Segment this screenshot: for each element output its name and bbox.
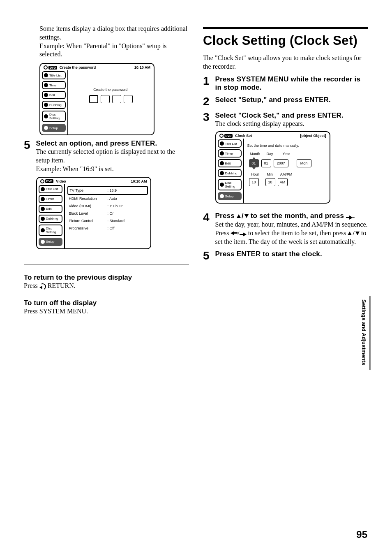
panel-video-title: Video	[56, 179, 66, 183]
nav-icon	[220, 171, 224, 175]
panel-clock-set: DVD Clock Set [object Object] Title List…	[215, 131, 330, 204]
side-tab: Settings and Adjustments	[361, 296, 371, 370]
nav-item-label: Setup	[225, 195, 234, 198]
nav-icon	[44, 73, 48, 77]
nav-item-label: Title List	[225, 142, 238, 146]
right-step4-body: Set the day, year, hour, minutes, and AM…	[215, 220, 368, 246]
nav-item-disc-setting[interactable]: Disc Setting	[218, 179, 242, 190]
panel-clock-time: [object Object]	[300, 134, 326, 138]
setting-value: : Y Cb Cr	[108, 204, 146, 208]
nav-item-timer[interactable]: Timer	[218, 149, 242, 158]
nav-item-timer[interactable]: Timer	[42, 81, 66, 89]
nav-item-title-list[interactable]: Title List	[39, 185, 62, 193]
nav-item-label: Edit	[49, 93, 55, 97]
video-setting-row[interactable]: TV Type: 16:9	[67, 186, 148, 195]
nav-icon	[220, 141, 224, 146]
nav-icon	[44, 93, 48, 97]
left-sub2-body: Press SYSTEM MENU.	[24, 307, 189, 316]
arrow-right-icon	[346, 215, 353, 220]
nav-icon	[41, 187, 45, 191]
nav-icon	[220, 194, 224, 198]
lbl-month: Month	[249, 152, 261, 156]
clock-ampm-input[interactable]: AM	[278, 178, 288, 186]
nav-icon	[41, 228, 45, 232]
setting-key: Picture Control	[69, 219, 108, 223]
dvd-rw-icon: DVD	[40, 179, 54, 183]
dvd-rw-icon: DVD	[219, 134, 233, 138]
panel-video-time: 10:10 AM	[131, 179, 147, 183]
video-setting-row[interactable]: Black Level: On	[67, 210, 148, 217]
nav-item-dubbing[interactable]: Dubbing	[42, 101, 66, 109]
nav-item-label: Setup	[49, 126, 58, 130]
setting-key: Progressive	[69, 226, 108, 230]
lbl-ampm: AM/PM	[279, 172, 294, 176]
clock-year-input[interactable]: 2007	[274, 159, 288, 167]
setting-value: : On	[108, 211, 146, 215]
nav-icon	[44, 103, 48, 107]
nav-item-timer[interactable]: Timer	[39, 195, 62, 203]
setting-value: : Auto	[108, 197, 146, 201]
left-sub1-body: Press RETURN.	[24, 282, 189, 290]
nav-item-edit[interactable]: Edit	[42, 91, 66, 99]
nav-icon	[44, 126, 48, 130]
arrow-left-icon	[231, 231, 238, 235]
setting-key: Video (HDMI)	[69, 204, 108, 208]
panel-pw-time: 10:10 AM	[134, 65, 150, 70]
right-step1-num: 1	[203, 75, 210, 87]
nav-item-dubbing[interactable]: Dubbing	[39, 215, 62, 223]
nav-item-dubbing[interactable]: Dubbing	[218, 169, 242, 177]
nav-item-label: Dubbing	[46, 217, 58, 220]
nav-item-label: Timer	[49, 83, 58, 87]
clock-month-input[interactable]: 01	[249, 159, 259, 167]
lbl-hour: Hour	[249, 172, 261, 176]
clock-day-input[interactable]: 01	[261, 159, 271, 167]
nav-item-label: Edit	[225, 162, 231, 165]
right-step4-num: 4	[203, 212, 210, 223]
video-setting-row[interactable]: Picture Control: Standard	[67, 217, 148, 225]
nav-icon	[220, 183, 224, 187]
nav-item-edit[interactable]: Edit	[218, 159, 242, 167]
left-step5-head: Select an option, and press ENTER.	[36, 139, 189, 148]
nav-item-title-list[interactable]: Title List	[218, 139, 242, 148]
nav-item-setup[interactable]: Setup	[42, 124, 66, 132]
nav-item-label: Timer	[225, 152, 233, 155]
right-intro: The "Clock Set" setup allows you to make…	[203, 54, 368, 71]
side-tab-label: Settings and Adjustments	[361, 299, 367, 365]
right-step3-head: Select "Clock Set," and press ENTER.	[215, 111, 368, 120]
setting-key: Black Level	[69, 211, 108, 215]
clock-hour-input[interactable]: 10	[249, 178, 259, 186]
nav-item-title-list[interactable]: Title List	[42, 71, 66, 79]
nav-icon	[41, 207, 45, 211]
left-sub2-head: To turn off the display	[24, 299, 189, 307]
nav-item-setup[interactable]: Setup	[39, 238, 62, 246]
nav-icon	[41, 217, 45, 221]
right-step2-num: 2	[203, 96, 210, 107]
nav-item-label: Setup	[46, 240, 55, 243]
left-intro-2: Example: When "Parental" in "Options" se…	[39, 42, 189, 59]
nav-item-label: Timer	[46, 197, 54, 201]
clock-min-input[interactable]: 10	[265, 178, 275, 186]
panel-create-password: DVD Create the password 10:10 AM Title L…	[39, 63, 154, 135]
right-step5-num: 5	[203, 250, 210, 262]
nav-item-disc-setting[interactable]: Disc Setting	[39, 225, 62, 236]
left-step5-number: 5	[24, 139, 30, 151]
nav-icon	[41, 197, 45, 201]
nav-icon	[220, 161, 224, 165]
password-input-group[interactable]	[71, 95, 150, 103]
left-intro-1: Some items display a dialog box that req…	[39, 25, 189, 42]
right-step3-body: The clock setting display appears.	[215, 120, 368, 128]
nav-item-edit[interactable]: Edit	[39, 205, 62, 213]
video-setting-row[interactable]: Video (HDMI): Y Cb Cr	[67, 202, 148, 210]
section-rule	[203, 27, 368, 29]
lbl-day: Day	[264, 152, 276, 156]
page-number: 95	[356, 529, 367, 540]
panel-clock-title: Clock Set	[235, 134, 252, 138]
video-setting-row[interactable]: HDMI Resolution: Auto	[67, 195, 148, 202]
left-sub1-head: To return to the previous display	[24, 273, 189, 282]
nav-item-setup[interactable]: Setup	[218, 192, 242, 200]
nav-item-disc-setting[interactable]: Disc Setting	[42, 111, 66, 122]
right-step3-num: 3	[203, 111, 210, 123]
left-step5-body2: Example: When "16:9" is set.	[36, 165, 189, 174]
video-setting-row[interactable]: Progressive: Off	[67, 225, 148, 232]
up-down-icon: /	[237, 212, 249, 220]
